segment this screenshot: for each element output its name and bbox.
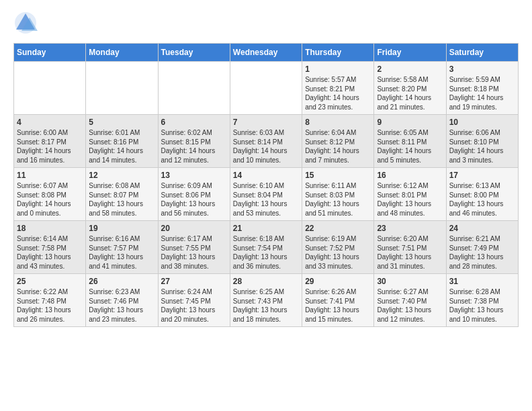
day-info: Daylight: 13 hours and 31 minutes. [377, 253, 443, 271]
week-row-1: 1Sunrise: 5:57 AMSunset: 8:21 PMDaylight… [14, 62, 519, 115]
day-info: Daylight: 14 hours and 16 minutes. [17, 146, 83, 165]
day-number: 17 [449, 171, 515, 180]
day-info: Daylight: 13 hours and 10 minutes. [449, 306, 515, 324]
day-cell-18: 18Sunrise: 6:14 AMSunset: 7:58 PMDayligh… [14, 221, 86, 274]
column-header-sunday: Sunday [14, 44, 86, 62]
day-info: Sunrise: 6:24 AM [161, 287, 227, 297]
day-info: Daylight: 14 hours and 7 minutes. [305, 146, 371, 165]
day-info: Daylight: 14 hours and 5 minutes. [377, 146, 443, 165]
day-info: Daylight: 13 hours and 56 minutes. [161, 199, 227, 218]
day-info: Daylight: 13 hours and 48 minutes. [377, 199, 443, 218]
day-info: Daylight: 14 hours and 10 minutes. [233, 146, 299, 165]
day-cell-13: 13Sunrise: 6:09 AMSunset: 8:06 PMDayligh… [158, 168, 230, 221]
day-number: 30 [377, 277, 443, 286]
day-cell-19: 19Sunrise: 6:16 AMSunset: 7:57 PMDayligh… [86, 221, 158, 274]
column-header-saturday: Saturday [446, 44, 518, 62]
logo [13, 11, 42, 35]
day-info: Daylight: 13 hours and 12 minutes. [377, 306, 443, 324]
day-cell-8: 8Sunrise: 6:04 AMSunset: 8:12 PMDaylight… [302, 115, 374, 168]
day-info: Sunset: 8:00 PM [449, 191, 515, 200]
day-cell-24: 24Sunrise: 6:21 AMSunset: 7:49 PMDayligh… [446, 221, 518, 274]
day-number: 5 [89, 118, 154, 127]
logo-icon [13, 11, 38, 35]
day-info: Sunrise: 6:25 AM [233, 287, 299, 297]
day-info: Daylight: 14 hours and 3 minutes. [449, 146, 515, 165]
day-info: Sunset: 8:08 PM [17, 191, 83, 200]
day-cell-12: 12Sunrise: 6:08 AMSunset: 8:07 PMDayligh… [86, 168, 158, 221]
day-info: Daylight: 14 hours and 0 minutes. [17, 199, 83, 218]
day-cell-4: 4Sunrise: 6:00 AMSunset: 8:17 PMDaylight… [14, 115, 86, 168]
day-cell-6: 6Sunrise: 6:02 AMSunset: 8:15 PMDaylight… [158, 115, 230, 168]
calendar-table: SundayMondayTuesdayWednesdayThursdayFrid… [13, 43, 519, 327]
day-cell-22: 22Sunrise: 6:19 AMSunset: 7:52 PMDayligh… [302, 221, 374, 274]
day-number: 25 [17, 277, 83, 286]
day-info: Daylight: 13 hours and 58 minutes. [89, 199, 154, 218]
day-number: 16 [377, 171, 443, 180]
day-info: Sunrise: 6:21 AM [449, 234, 515, 244]
day-number: 3 [449, 64, 515, 74]
day-number: 27 [161, 277, 227, 286]
day-info: Sunset: 7:45 PM [161, 297, 227, 306]
day-info: Sunrise: 6:22 AM [17, 287, 83, 297]
day-cell-5: 5Sunrise: 6:01 AMSunset: 8:16 PMDaylight… [86, 115, 158, 168]
header-row: SundayMondayTuesdayWednesdayThursdayFrid… [14, 44, 519, 62]
day-info: Sunrise: 5:59 AM [449, 75, 515, 85]
day-cell-21: 21Sunrise: 6:18 AMSunset: 7:54 PMDayligh… [230, 221, 302, 274]
day-info: Sunrise: 6:01 AM [89, 128, 154, 138]
day-info: Sunrise: 6:07 AM [17, 181, 83, 191]
day-number: 28 [233, 277, 299, 286]
day-info: Sunset: 8:12 PM [305, 138, 371, 147]
week-row-5: 25Sunrise: 6:22 AMSunset: 7:48 PMDayligh… [14, 274, 519, 327]
day-info: Daylight: 13 hours and 15 minutes. [305, 306, 371, 324]
day-info: Sunrise: 6:08 AM [89, 181, 154, 191]
day-cell-28: 28Sunrise: 6:25 AMSunset: 7:43 PMDayligh… [230, 274, 302, 327]
day-info: Sunset: 8:03 PM [305, 191, 371, 200]
day-info: Sunrise: 6:27 AM [377, 287, 443, 297]
day-cell-15: 15Sunrise: 6:11 AMSunset: 8:03 PMDayligh… [302, 168, 374, 221]
day-cell-empty [158, 62, 230, 115]
day-cell-2: 2Sunrise: 5:58 AMSunset: 8:20 PMDaylight… [374, 62, 446, 115]
day-info: Daylight: 13 hours and 36 minutes. [233, 253, 299, 271]
day-info: Sunset: 8:20 PM [377, 85, 443, 94]
day-number: 19 [89, 224, 154, 233]
day-number: 23 [377, 224, 443, 233]
day-info: Daylight: 13 hours and 23 minutes. [89, 306, 154, 324]
day-info: Sunrise: 6:20 AM [377, 234, 443, 244]
day-number: 7 [233, 118, 299, 127]
day-info: Daylight: 13 hours and 28 minutes. [449, 253, 515, 271]
day-info: Sunrise: 6:14 AM [17, 234, 83, 244]
day-number: 6 [161, 118, 227, 127]
day-number: 12 [89, 171, 154, 180]
day-info: Sunset: 7:49 PM [449, 244, 515, 253]
column-header-wednesday: Wednesday [230, 44, 302, 62]
week-row-3: 11Sunrise: 6:07 AMSunset: 8:08 PMDayligh… [14, 168, 519, 221]
day-info: Sunrise: 6:13 AM [449, 181, 515, 191]
day-info: Sunset: 7:51 PM [377, 244, 443, 253]
day-info: Daylight: 13 hours and 53 minutes. [233, 199, 299, 218]
day-cell-empty [230, 62, 302, 115]
day-number: 20 [161, 224, 227, 233]
day-number: 2 [377, 64, 443, 74]
day-info: Daylight: 13 hours and 20 minutes. [161, 306, 227, 324]
day-info: Sunset: 7:55 PM [161, 244, 227, 253]
day-number: 15 [305, 171, 371, 180]
day-info: Daylight: 13 hours and 41 minutes. [89, 253, 154, 271]
day-info: Sunrise: 6:03 AM [233, 128, 299, 138]
day-info: Daylight: 14 hours and 14 minutes. [89, 146, 154, 165]
day-cell-20: 20Sunrise: 6:17 AMSunset: 7:55 PMDayligh… [158, 221, 230, 274]
day-number: 31 [449, 277, 515, 286]
day-info: Daylight: 14 hours and 12 minutes. [161, 146, 227, 165]
day-info: Sunset: 8:21 PM [305, 85, 371, 94]
day-info: Sunrise: 5:58 AM [377, 75, 443, 85]
day-number: 4 [17, 118, 83, 127]
day-number: 24 [449, 224, 515, 233]
day-info: Daylight: 13 hours and 18 minutes. [233, 306, 299, 324]
column-header-thursday: Thursday [302, 44, 374, 62]
day-cell-17: 17Sunrise: 6:13 AMSunset: 8:00 PMDayligh… [446, 168, 518, 221]
day-info: Sunset: 8:15 PM [161, 138, 227, 147]
day-info: Sunrise: 6:19 AM [305, 234, 371, 244]
day-cell-empty [14, 62, 86, 115]
day-number: 18 [17, 224, 83, 233]
day-info: Sunset: 7:52 PM [305, 244, 371, 253]
day-info: Sunrise: 6:00 AM [17, 128, 83, 138]
